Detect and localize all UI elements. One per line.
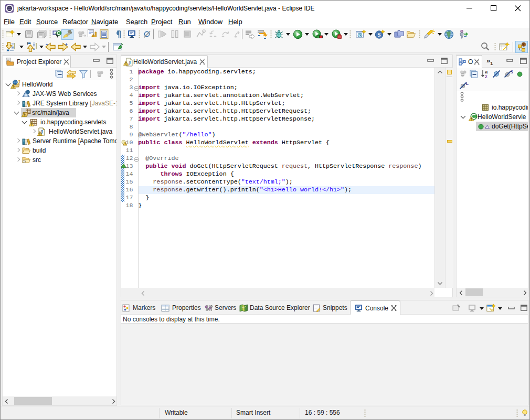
svg-text:L: L bbox=[466, 81, 469, 86]
svg-text:z: z bbox=[485, 73, 487, 79]
svg-text:S: S bbox=[377, 31, 380, 38]
svg-text:S: S bbox=[511, 70, 513, 74]
svg-text:J: J bbox=[18, 80, 20, 85]
